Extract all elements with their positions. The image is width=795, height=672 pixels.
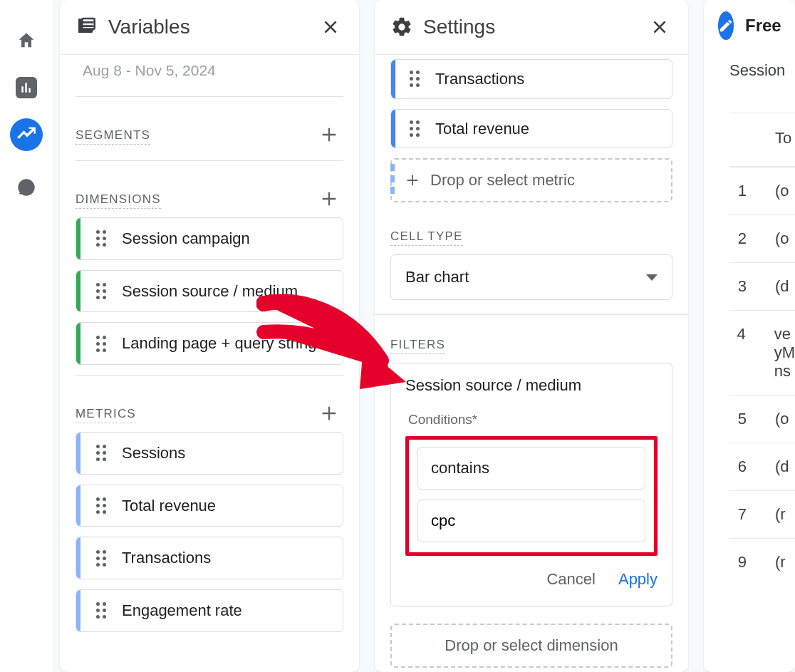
settings-metric-chip[interactable]: Total revenue: [390, 109, 672, 149]
table-row[interactable]: 1(o: [729, 167, 795, 214]
nav-advertising[interactable]: [10, 171, 43, 204]
edit-tab-icon[interactable]: [718, 11, 734, 40]
add-dimension-button[interactable]: [315, 185, 343, 213]
row-value: (r: [775, 505, 786, 524]
filter-dimension[interactable]: Session source / medium: [405, 376, 658, 395]
cancel-button[interactable]: Cancel: [546, 570, 595, 589]
row-value: ve yM ns: [774, 325, 795, 381]
table-row[interactable]: 9(r: [729, 538, 795, 586]
table-row[interactable]: 2(o: [729, 214, 795, 262]
table-row[interactable]: 7(r: [729, 490, 795, 538]
highlighted-conditions: contains: [405, 436, 658, 556]
metric-chip[interactable]: Total revenue: [76, 485, 343, 527]
nav-explore[interactable]: [10, 118, 43, 151]
add-metric-button[interactable]: [315, 399, 343, 428]
drag-handle-icon[interactable]: [96, 445, 109, 461]
row-index: 9: [729, 553, 747, 572]
table-row[interactable]: 3(d: [729, 262, 795, 310]
cell-type-label: CELL TYPE: [390, 229, 463, 246]
row-value: (r: [775, 553, 786, 572]
variables-panel: Variables Aug 8 - Nov 5, 2024 SEGMENTS D…: [60, 0, 359, 672]
filter-card: Session source / medium Conditions* cont…: [390, 363, 672, 606]
settings-panel: Settings Transactions Total revenue Drop…: [375, 0, 688, 672]
drag-handle-icon[interactable]: [96, 283, 109, 299]
dimension-chip[interactable]: Landing page + query string: [76, 322, 343, 365]
metric-chip[interactable]: Transactions: [76, 537, 343, 579]
row-index: 3: [729, 277, 747, 296]
gear-icon: [390, 16, 413, 38]
nav-reports[interactable]: [16, 77, 37, 98]
drop-metric-zone[interactable]: Drop or select metric: [390, 158, 672, 202]
plus-icon: [405, 172, 420, 188]
drop-dimension-zone[interactable]: Drop or select dimension: [390, 624, 672, 668]
totals-row: To: [729, 113, 795, 167]
drag-handle-icon[interactable]: [96, 550, 109, 567]
dimension-chip[interactable]: Session source / medium: [76, 270, 343, 313]
settings-metric-chip[interactable]: Transactions: [390, 59, 672, 99]
nav-rail: [0, 0, 53, 672]
row-index: 2: [729, 229, 747, 248]
row-value: (d: [775, 458, 789, 476]
table-row[interactable]: 4ve yM ns: [729, 310, 795, 395]
cell-type-select[interactable]: Bar chart: [390, 254, 672, 300]
metric-chip[interactable]: Engagement rate: [76, 589, 343, 632]
report-preview-panel: Free Session To 1(o2(o3(d4ve yM ns5(o6(d…: [704, 0, 795, 672]
add-segment-button[interactable]: [315, 120, 343, 149]
filters-label: FILTERS: [390, 338, 445, 354]
dimension-chip[interactable]: Session campaign: [76, 217, 343, 260]
match-type-select[interactable]: contains: [417, 447, 645, 490]
column-header[interactable]: Session: [729, 61, 795, 80]
metric-chip[interactable]: Sessions: [76, 432, 343, 475]
drag-handle-icon[interactable]: [410, 120, 422, 137]
row-value: (o: [775, 410, 789, 428]
row-value: (o: [775, 182, 789, 200]
dimensions-label: DIMENSIONS: [76, 192, 161, 209]
chevron-down-icon: [646, 274, 658, 281]
drag-handle-icon[interactable]: [96, 602, 109, 619]
filter-value-input[interactable]: [417, 500, 645, 542]
conditions-label: Conditions*: [408, 412, 658, 428]
table-row[interactable]: 6(d: [729, 443, 795, 490]
row-index: 7: [729, 505, 747, 524]
settings-close-button[interactable]: [647, 14, 672, 40]
row-value: (o: [775, 229, 789, 248]
row-index: 1: [729, 182, 747, 200]
svg-rect-3: [78, 30, 93, 33]
drag-handle-icon[interactable]: [96, 497, 109, 514]
variables-close-button[interactable]: [318, 14, 343, 40]
nav-home[interactable]: [10, 24, 43, 57]
date-range[interactable]: Aug 8 - Nov 5, 2024: [76, 59, 343, 89]
drag-handle-icon[interactable]: [410, 71, 422, 87]
segments-label: SEGMENTS: [76, 128, 150, 145]
table-row[interactable]: 5(o: [729, 395, 795, 443]
row-value: (d: [775, 277, 789, 296]
drag-handle-icon[interactable]: [96, 230, 109, 247]
settings-title: Settings: [423, 16, 637, 38]
apply-button[interactable]: Apply: [618, 570, 658, 589]
row-index: 5: [729, 410, 747, 428]
tab-title[interactable]: Free: [745, 16, 781, 36]
row-index: 4: [729, 325, 746, 381]
metrics-label: METRICS: [76, 407, 136, 423]
drag-handle-icon[interactable]: [96, 336, 109, 352]
row-index: 6: [729, 458, 747, 476]
variables-title: Variables: [108, 16, 308, 38]
variables-icon: [76, 16, 98, 38]
